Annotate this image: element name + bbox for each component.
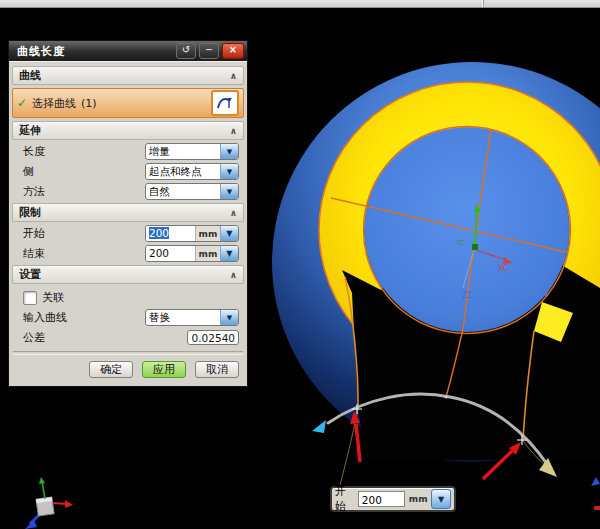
associative-row: 关联: [23, 290, 239, 305]
view-triad[interactable]: [25, 477, 73, 529]
options-arrow-icon[interactable]: ▼: [431, 489, 451, 509]
chevron-down-icon[interactable]: ▼: [220, 310, 238, 325]
input-curve-row: 输入曲线 替换 ▼: [23, 309, 239, 326]
method-row: 方法 自然 ▼: [23, 183, 239, 200]
start-value: 200: [149, 227, 169, 239]
apply-button[interactable]: 应用: [142, 361, 186, 378]
end-row: 结束 200 mm ▼: [23, 245, 239, 262]
group-label-curve: 曲线: [19, 68, 41, 83]
corner-triad-clipped: [591, 477, 600, 510]
length-type-row: 长度 增量 ▼: [23, 143, 239, 160]
start-field-group: 200 mm ▼: [145, 225, 239, 242]
end-field-group: 200 mm ▼: [145, 245, 239, 262]
end-value: 200: [149, 247, 169, 259]
tolerance-row: 公差 0.02540: [23, 329, 239, 346]
tolerance-label: 公差: [23, 330, 187, 345]
start-unit: mm: [196, 226, 220, 241]
side-value: 起点和终点: [146, 164, 220, 179]
select-curve-row[interactable]: ✓ 选择曲线 (1): [12, 88, 244, 118]
minimize-button[interactable]: −: [199, 43, 219, 59]
start-row: 开始 200 mm ▼: [23, 225, 239, 242]
options-arrow-icon[interactable]: ▼: [220, 226, 238, 241]
side-row: 侧 起点和终点 ▼: [23, 163, 239, 180]
reset-button[interactable]: ↺: [176, 43, 196, 59]
chevron-up-icon[interactable]: ∧: [230, 270, 237, 280]
group-header-extend[interactable]: 延伸 ∧: [12, 121, 244, 140]
dialog-body: 曲线 ∧ ✓ 选择曲线 (1) 延伸 ∧: [9, 61, 247, 386]
curve-icon: [216, 95, 234, 111]
toolbar-separator: [482, 0, 484, 7]
end-unit: mm: [196, 246, 220, 261]
dialog-footer: 确定 应用 取消: [9, 359, 247, 382]
group-label-settings: 设置: [19, 267, 41, 282]
group-header-settings[interactable]: 设置 ∧: [12, 265, 244, 284]
chevron-down-icon[interactable]: ▼: [220, 144, 238, 159]
wcs-label-yc: YC: [455, 239, 465, 247]
options-arrow-icon[interactable]: ▼: [220, 246, 238, 261]
ok-button[interactable]: 确定: [89, 361, 133, 378]
triad-x-arrow: [65, 500, 73, 508]
float-start-unit: mm: [408, 494, 428, 504]
tolerance-input[interactable]: 0.02540: [187, 330, 239, 345]
group-label-limits: 限制: [19, 205, 41, 220]
dialog-title: 曲线长度: [17, 44, 173, 59]
chevron-up-icon[interactable]: ∧: [230, 71, 237, 81]
length-type-dropdown[interactable]: 增量 ▼: [145, 143, 239, 160]
method-label: 方法: [23, 184, 145, 199]
group-label-extend: 延伸: [19, 123, 41, 138]
chevron-down-icon[interactable]: ▼: [220, 184, 238, 199]
application-window: YC XC ZC 曲线长度 ↺ − × 曲线: [0, 0, 600, 529]
group-header-limits[interactable]: 限制 ∧: [12, 203, 244, 222]
input-curve-dropdown[interactable]: 替换 ▼: [145, 309, 239, 326]
input-curve-label: 输入曲线: [23, 310, 145, 325]
divider: [13, 351, 243, 355]
length-type-value: 增量: [146, 144, 220, 159]
cancel-button[interactable]: 取消: [195, 361, 239, 378]
chevron-down-icon[interactable]: ▼: [220, 164, 238, 179]
input-curve-value: 替换: [146, 310, 220, 325]
start-label: 开始: [23, 226, 145, 241]
float-start-label: 开始: [335, 484, 355, 514]
chevron-up-icon[interactable]: ∧: [230, 208, 237, 218]
group-header-curve[interactable]: 曲线 ∧: [12, 66, 244, 85]
wcs-label-zc: ZC: [462, 291, 473, 300]
end-label: 结束: [23, 246, 145, 261]
onscreen-start-input: 开始 200 mm ▼: [330, 486, 456, 512]
toolbar-strip: [0, 0, 600, 8]
wcs-label-xc: XC: [498, 264, 509, 273]
curve-length-icon-button[interactable]: [211, 90, 239, 116]
khaki-direction-cone: [539, 458, 557, 477]
select-curve-label: 选择曲线: [32, 96, 76, 111]
dialog-titlebar[interactable]: 曲线长度 ↺ − ×: [9, 41, 247, 61]
float-start-input[interactable]: 200: [358, 491, 406, 507]
start-input[interactable]: 200: [146, 226, 196, 241]
associative-checkbox[interactable]: [23, 291, 37, 305]
length-type-label: 长度: [23, 144, 145, 159]
associative-label: 关联: [42, 290, 64, 305]
side-label: 侧: [23, 164, 145, 179]
cyan-direction-marker: [312, 420, 326, 433]
chevron-up-icon[interactable]: ∧: [230, 126, 237, 136]
method-dropdown[interactable]: 自然 ▼: [145, 183, 239, 200]
curve-length-dialog: 曲线长度 ↺ − × 曲线 ∧ ✓ 选择曲线 (1): [8, 40, 248, 387]
wcs-origin: [472, 244, 478, 250]
check-icon: ✓: [17, 96, 27, 110]
triad-y-arrow: [39, 477, 45, 484]
select-curve-count: (1): [81, 97, 97, 110]
side-dropdown[interactable]: 起点和终点 ▼: [145, 163, 239, 180]
close-button[interactable]: ×: [222, 43, 244, 59]
method-value: 自然: [146, 184, 220, 199]
end-input[interactable]: 200: [146, 246, 196, 261]
